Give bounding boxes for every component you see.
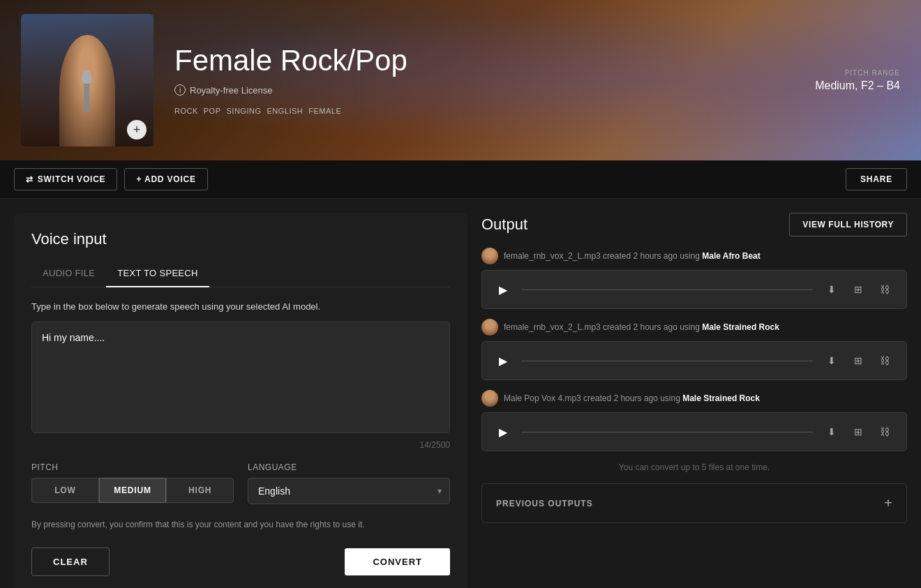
- language-control: Language English Spanish French German ▾: [248, 462, 450, 504]
- download-button-3[interactable]: ⬇: [821, 421, 842, 442]
- avatar-1: [481, 248, 498, 264]
- play-button-2[interactable]: ▶: [493, 351, 513, 370]
- toolbar: ⇄ SWITCH VOICE + ADD VOICE SHARE: [0, 160, 921, 199]
- tag-singing: SINGING: [227, 105, 262, 116]
- tab-audio-file[interactable]: AUDIO FILE: [31, 262, 106, 287]
- mic-decoration: [84, 77, 89, 112]
- share-audio-button-3[interactable]: ⊞: [848, 421, 869, 442]
- pitch-control: Pitch LOW MEDIUM HIGH: [31, 462, 234, 504]
- tag-english: ENGLISH: [267, 105, 303, 116]
- toolbar-left: ⇄ SWITCH VOICE + ADD VOICE: [14, 168, 208, 190]
- language-select-wrap: English Spanish French German ▾: [248, 478, 450, 504]
- previous-outputs-label: PREVIOUS OUTPUTS: [496, 499, 593, 508]
- main-content: Voice input AUDIO FILE TEXT TO SPEECH Ty…: [0, 199, 921, 588]
- share-audio-button-2[interactable]: ⊞: [848, 350, 869, 371]
- action-buttons: CLEAR CONVERT: [31, 548, 450, 576]
- input-hint: Type in the box below to generate speech…: [31, 301, 450, 312]
- output-item-2: female_rnb_vox_2_L.mp3 created 2 hours a…: [481, 319, 907, 380]
- language-label: Language: [248, 462, 450, 472]
- share-audio-button-1[interactable]: ⊞: [848, 279, 869, 300]
- panel-title: Voice input: [31, 230, 450, 248]
- artist-image: +: [21, 14, 154, 146]
- convert-button[interactable]: CONVERT: [345, 548, 450, 575]
- tab-text-to-speech[interactable]: TEXT TO SPEECH: [106, 262, 209, 287]
- voice-title: Female Rock/Pop: [174, 44, 900, 77]
- license-text: Royalty-free License: [190, 85, 273, 96]
- share-label: SHARE: [860, 174, 892, 184]
- audio-player-2: ▶ ⬇ ⊞ ⛓: [481, 341, 907, 380]
- add-voice-label: + ADD VOICE: [136, 174, 195, 184]
- tag-list: ROCK POP SINGING ENGLISH FEMALE: [174, 105, 900, 116]
- waveform-line-3: [521, 432, 813, 432]
- pitch-high-button[interactable]: HIGH: [166, 478, 234, 503]
- input-tabs: AUDIO FILE TEXT TO SPEECH: [31, 262, 450, 287]
- waveform-3: [521, 423, 813, 440]
- audio-actions-3: ⬇ ⊞ ⛓: [821, 421, 895, 442]
- output-meta-text-3: Male Pop Vox 4.mp3 created 2 hours ago u…: [504, 393, 760, 403]
- audio-player-3: ▶ ⬇ ⊞ ⛓: [481, 412, 907, 451]
- play-button-3[interactable]: ▶: [493, 422, 513, 442]
- tag-female: FEMALE: [308, 105, 341, 116]
- switch-voice-label: SWITCH VOICE: [38, 174, 106, 184]
- waveform-line-1: [521, 289, 813, 290]
- disclaimer-text: By pressing convert, you confirm that th…: [31, 518, 450, 531]
- waveform-line-2: [521, 361, 813, 361]
- speech-textarea[interactable]: Hi my name....: [31, 322, 450, 433]
- add-voice-button[interactable]: + ADD VOICE: [124, 168, 207, 190]
- play-button-1[interactable]: ▶: [493, 280, 513, 299]
- audio-player-1: ▶ ⬇ ⊞ ⛓: [481, 270, 907, 309]
- avatar-3: [481, 390, 498, 407]
- share-button[interactable]: SHARE: [846, 168, 907, 190]
- output-item-3: Male Pop Vox 4.mp3 created 2 hours ago u…: [481, 390, 907, 451]
- tag-rock: ROCK: [174, 105, 198, 116]
- link-button-2[interactable]: ⛓: [874, 350, 895, 371]
- link-button-3[interactable]: ⛓: [874, 421, 895, 442]
- pitch-range-label: PITCH RANGE: [815, 69, 900, 77]
- hero-info: Female Rock/Pop i Royalty-free License R…: [174, 44, 900, 116]
- output-header: Output VIEW FULL HISTORY: [481, 213, 907, 236]
- pitch-buttons: LOW MEDIUM HIGH: [31, 478, 234, 503]
- output-panel: Output VIEW FULL HISTORY female_rnb_vox_…: [481, 213, 907, 588]
- waveform-1: [521, 281, 813, 298]
- pitch-range-value: Medium, F2 – B4: [815, 80, 900, 92]
- output-meta-text-1: female_rnb_vox_2_L.mp3 created 2 hours a…: [504, 251, 761, 261]
- audio-actions-2: ⬇ ⊞ ⛓: [821, 350, 895, 371]
- output-item-1: female_rnb_vox_2_L.mp3 created 2 hours a…: [481, 248, 907, 309]
- pitch-range: PITCH RANGE Medium, F2 – B4: [815, 69, 900, 92]
- view-history-button[interactable]: VIEW FULL HISTORY: [789, 213, 907, 236]
- add-image-button[interactable]: +: [127, 120, 147, 140]
- tag-pop: POP: [204, 105, 221, 116]
- hero-section: + Female Rock/Pop i Royalty-free License…: [0, 0, 921, 160]
- char-count: 14/2500: [31, 440, 450, 450]
- output-limit-text: You can convert up to 5 files at one tim…: [481, 462, 907, 472]
- pitch-medium-button[interactable]: MEDIUM: [99, 478, 167, 503]
- switch-voice-button[interactable]: ⇄ SWITCH VOICE: [14, 168, 117, 190]
- info-icon: i: [174, 84, 186, 96]
- output-title: Output: [481, 216, 527, 234]
- download-button-2[interactable]: ⬇: [821, 350, 842, 371]
- voice-input-panel: Voice input AUDIO FILE TEXT TO SPEECH Ty…: [14, 213, 467, 588]
- switch-icon: ⇄: [26, 174, 33, 184]
- waveform-2: [521, 352, 813, 369]
- output-meta-2: female_rnb_vox_2_L.mp3 created 2 hours a…: [481, 319, 907, 336]
- language-select[interactable]: English Spanish French German: [248, 478, 450, 504]
- audio-actions-1: ⬇ ⊞ ⛓: [821, 279, 895, 300]
- previous-outputs-section[interactable]: PREVIOUS OUTPUTS +: [481, 483, 907, 523]
- download-button-1[interactable]: ⬇: [821, 279, 842, 300]
- clear-button[interactable]: CLEAR: [31, 548, 110, 576]
- license-info: i Royalty-free License: [174, 84, 900, 96]
- link-button-1[interactable]: ⛓: [874, 279, 895, 300]
- output-meta-3: Male Pop Vox 4.mp3 created 2 hours ago u…: [481, 390, 907, 407]
- pitch-label: Pitch: [31, 462, 234, 472]
- output-meta-1: female_rnb_vox_2_L.mp3 created 2 hours a…: [481, 248, 907, 264]
- output-meta-text-2: female_rnb_vox_2_L.mp3 created 2 hours a…: [504, 322, 779, 332]
- controls-row: Pitch LOW MEDIUM HIGH Language: [31, 462, 450, 504]
- expand-icon[interactable]: +: [884, 495, 892, 511]
- pitch-low-button[interactable]: LOW: [31, 478, 99, 503]
- avatar-2: [481, 319, 498, 336]
